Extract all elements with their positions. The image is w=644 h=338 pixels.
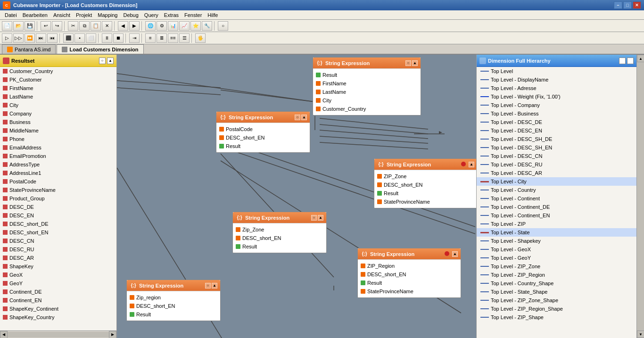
field-desc-ru[interactable]: DESC_RU bbox=[0, 245, 116, 254]
field-desc-cn[interactable]: DESC_CN bbox=[0, 237, 116, 245]
tb-b9[interactable]: ○ bbox=[218, 21, 228, 31]
menu-query[interactable]: Query bbox=[141, 11, 161, 19]
close-button[interactable]: ✕ bbox=[633, 1, 641, 9]
node-ctrl-up[interactable]: ▲ bbox=[212, 283, 217, 289]
dim-item-zipregion-shape[interactable]: Top Level - ZIP_Region_Shape bbox=[477, 305, 636, 313]
field-desc-ar[interactable]: DESC_AR bbox=[0, 254, 116, 262]
tb-b7[interactable]: ⭐ bbox=[190, 21, 201, 31]
tb-b5[interactable]: 📊 bbox=[168, 21, 178, 31]
tb2-b13[interactable]: ≣ bbox=[157, 33, 167, 43]
dim-item-desc-ar[interactable]: Top Level - DESC_AR bbox=[477, 169, 636, 177]
node-string-expr-6[interactable]: {;} String Expression ○ ▲ Zip_region DES… bbox=[126, 280, 221, 321]
dim-item-top-level[interactable]: Top Level bbox=[477, 67, 636, 75]
tb-cut[interactable]: ✂ bbox=[68, 21, 78, 31]
dim-item-desc-sh-en[interactable]: Top Level - DESC_SH_EN bbox=[477, 143, 636, 152]
dim-item-displayname[interactable]: Top Level - DisplayName bbox=[477, 75, 636, 84]
field-business[interactable]: Business bbox=[0, 118, 116, 126]
maximize-button[interactable]: □ bbox=[623, 1, 632, 9]
dim-item-country[interactable]: Top Level - Country bbox=[477, 186, 636, 194]
panel-expand[interactable]: ▲ bbox=[107, 58, 114, 64]
field-firstname[interactable]: FirstName bbox=[0, 84, 116, 92]
field-emailpromotion[interactable]: EmailPromotion bbox=[0, 152, 116, 160]
menu-debug[interactable]: Debug bbox=[120, 11, 141, 19]
field-desc-sh-en[interactable]: DESC_short_EN bbox=[0, 228, 116, 237]
field-addresstype[interactable]: AddressType bbox=[0, 160, 116, 169]
node-string-expr-2[interactable]: {;} String Expression ○ ▲ PostalCode DES… bbox=[216, 111, 310, 153]
menu-bearbeiten[interactable]: Bearbeiten bbox=[20, 11, 50, 19]
field-desc-sh-de[interactable]: DESC_short_DE bbox=[0, 220, 116, 228]
tb2-b16[interactable]: 🖐 bbox=[195, 33, 206, 43]
node-controls-3[interactable]: ▲ bbox=[461, 162, 474, 167]
tb-paste[interactable]: 📋 bbox=[91, 21, 101, 31]
field-emailaddress[interactable]: EmailAddress bbox=[0, 143, 116, 152]
field-desc-de[interactable]: DESC_DE bbox=[0, 203, 116, 211]
menu-fenster[interactable]: Fenster bbox=[182, 11, 205, 19]
tb2-b8[interactable]: ⬜ bbox=[86, 33, 96, 43]
field-desc-en[interactable]: DESC_EN bbox=[0, 211, 116, 220]
menu-extras[interactable]: Extras bbox=[161, 11, 182, 19]
panel-controls[interactable]: ○ ▲ bbox=[99, 58, 114, 64]
field-shapekey-continent[interactable]: ShapeKey_Continent bbox=[0, 305, 116, 313]
dim-item-shapekey[interactable]: Top Level - Shapekey bbox=[477, 237, 636, 245]
dim-item-zipzone-shape[interactable]: Top Level - ZIP_Zone_Shape bbox=[477, 296, 636, 305]
dim-item-city[interactable]: Top Level - City bbox=[477, 177, 636, 186]
dim-item-desc-cn[interactable]: Top Level - DESC_CN bbox=[477, 152, 636, 160]
tb-redo[interactable]: ↪ bbox=[52, 21, 62, 31]
tb-b1[interactable]: ◀ bbox=[118, 21, 128, 31]
node-ctrl-collapse[interactable]: ○ bbox=[311, 215, 317, 221]
dim-item-geox[interactable]: Top Level - GeoX bbox=[477, 245, 636, 254]
tb2-b3[interactable]: ⏩ bbox=[25, 33, 35, 43]
dim-item-geoy[interactable]: Top Level - GeoY bbox=[477, 254, 636, 262]
node-ctrl-up[interactable]: ▲ bbox=[301, 115, 307, 120]
dim-item-desc-en[interactable]: Top Level - DESC_EN bbox=[477, 126, 636, 135]
node-controls-1[interactable]: ○ ▲ bbox=[405, 60, 418, 66]
menu-ansicht[interactable]: Ansicht bbox=[50, 11, 73, 19]
vscroll-down[interactable]: ▼ bbox=[637, 330, 644, 338]
minimize-button[interactable]: − bbox=[614, 1, 622, 9]
left-hscroll[interactable]: ◀ ▶ bbox=[0, 330, 116, 338]
dim-item-continent-de[interactable]: Top Level - Continent_DE bbox=[477, 203, 636, 211]
field-lastname[interactable]: LastName bbox=[0, 92, 116, 101]
dim-item-zipzone[interactable]: Top Level - ZIP_Zone bbox=[477, 262, 636, 271]
tb2-b10[interactable]: ⏹ bbox=[113, 33, 124, 43]
dim-item-state-shape[interactable]: Top Level - State_Shape bbox=[477, 288, 636, 296]
tb2-b1[interactable]: ▷ bbox=[2, 33, 12, 43]
dim-item-adresse[interactable]: Top Level - Adresse bbox=[477, 84, 636, 92]
dim-item-country-shape[interactable]: Top Level - Country_Shape bbox=[477, 279, 636, 288]
field-product-group[interactable]: Product_Group bbox=[0, 194, 116, 203]
field-city[interactable]: City bbox=[0, 101, 116, 109]
field-addressline1[interactable]: AddressLine1 bbox=[0, 169, 116, 177]
dim-expand[interactable]: ▲ bbox=[627, 58, 634, 64]
menu-hilfe[interactable]: Hilfe bbox=[205, 11, 221, 19]
node-string-expr-5[interactable]: {;} String Expression ▲ ZIP_Region DESC_… bbox=[357, 248, 461, 298]
tb-save[interactable]: 💾 bbox=[25, 21, 35, 31]
dim-item-state[interactable]: Top Level - State bbox=[477, 228, 636, 237]
node-controls-4[interactable]: ○ ▲ bbox=[311, 215, 323, 221]
node-controls-2[interactable]: ○ ▲ bbox=[295, 115, 307, 120]
field-geox[interactable]: GeoX bbox=[0, 271, 116, 279]
field-middlename[interactable]: MiddleName bbox=[0, 126, 116, 135]
tb2-b2[interactable]: ▷▷ bbox=[13, 33, 24, 43]
dim-item-zip-shape[interactable]: Top Level - ZIP_Shape bbox=[477, 313, 636, 322]
node-ctrl-collapse[interactable]: ○ bbox=[405, 60, 411, 66]
tab-load-customers[interactable]: Load Customers Dimension bbox=[57, 44, 143, 54]
dim-item-zipregion[interactable]: Top Level - ZIP_Region bbox=[477, 271, 636, 279]
field-shapekey[interactable]: ShapeKey bbox=[0, 262, 116, 271]
tb-new[interactable]: 📄 bbox=[2, 21, 12, 31]
field-continent-de[interactable]: Continent_DE bbox=[0, 288, 116, 296]
node-string-expr-3[interactable]: {;} String Expression ▲ ZIP_Zone DESC_sh… bbox=[374, 158, 476, 208]
field-company[interactable]: Company bbox=[0, 109, 116, 118]
field-postalcode[interactable]: PostalCode bbox=[0, 177, 116, 186]
node-ctrl-collapse[interactable]: ○ bbox=[295, 115, 300, 120]
right-vscroll[interactable]: ▲ ▼ bbox=[636, 55, 644, 338]
tb2-b5[interactable]: ⏮ bbox=[47, 33, 58, 43]
dim-item-continent-en[interactable]: Top Level - Continent_EN bbox=[477, 211, 636, 220]
field-shapekey-country[interactable]: ShapeKey_Country bbox=[0, 313, 116, 322]
tb2-b6[interactable]: ⬛ bbox=[63, 33, 74, 43]
dim-item-desc-sh-de[interactable]: Top Level - DESC_SH_DE bbox=[477, 135, 636, 143]
window-controls[interactable]: − □ ✕ bbox=[614, 1, 641, 9]
dim-item-weight[interactable]: Top Level - Weight (Fix, '1.00') bbox=[477, 92, 636, 101]
node-ctrl-up[interactable]: ▲ bbox=[452, 251, 458, 257]
dim-controls[interactable]: ○ ▲ bbox=[619, 58, 634, 64]
hscroll-left[interactable]: ◀ bbox=[0, 331, 8, 338]
